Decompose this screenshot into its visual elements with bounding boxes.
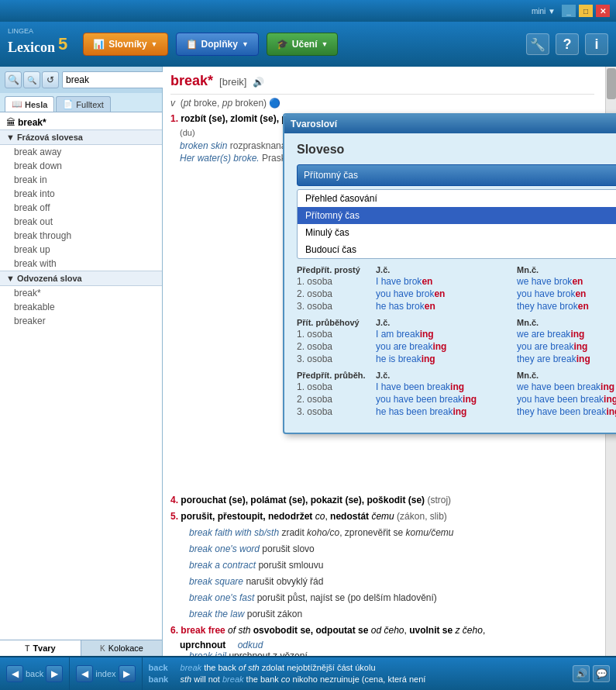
bottom-content: back break the back of sth zdolat nejobt… <box>143 657 566 690</box>
app-logo: LINGEA Lexicon 5 <box>8 33 67 56</box>
left-bottom-tabs: T Tvary K Kolokace <box>0 640 162 656</box>
minimize-button[interactable]: _ <box>562 5 576 17</box>
zoom-in-button[interactable]: 🔍 <box>5 71 22 88</box>
status-icon-2[interactable]: 💬 <box>593 665 610 682</box>
table3-row3-sg: he has been breaking <box>376 406 515 417</box>
sense-6-uvolnit: uvolnit se <box>409 625 455 636</box>
index-back-button[interactable]: ◀ <box>76 665 93 682</box>
slovniky-label: Slovníky <box>108 39 146 50</box>
tree-break-star[interactable]: break* <box>0 286 162 300</box>
doplnky-button[interactable]: 📋 Doplňky ▼ <box>176 33 259 56</box>
tree-item-label: breakable <box>14 302 55 312</box>
maximize-button[interactable]: □ <box>579 5 593 17</box>
audio-button[interactable]: 🔊 <box>253 77 264 88</box>
sense-6-z: z čeho <box>456 625 483 636</box>
slovniky-icon: 📊 <box>93 39 105 50</box>
section-frazova[interactable]: ▼ Frázová slovesa <box>0 129 162 145</box>
odvozena-label: Odvozená slova <box>17 274 82 283</box>
tree-break-off[interactable]: break off <box>0 201 162 215</box>
sense-6-jail: break jail uprchnout z vězení <box>180 650 594 656</box>
break-highlight-1: break <box>181 663 202 672</box>
example-trans3: porušit smlouvu <box>258 560 323 571</box>
table3-row3-pl: they have been breaking <box>517 406 616 417</box>
bank-phrase-rest: the bank <box>246 674 281 684</box>
table2-title: Přít. průběhový <box>297 318 374 327</box>
tree-break-with[interactable]: break with <box>0 257 162 271</box>
tree-break-out[interactable]: break out <box>0 215 162 229</box>
info-button[interactable]: i <box>585 33 608 55</box>
tab-hesla[interactable]: 📖 Hesla <box>5 96 54 112</box>
tree-item-label: break with <box>14 258 57 269</box>
mini-label: mini ▼ <box>532 7 556 16</box>
help-button[interactable]: ? <box>556 33 579 55</box>
tree-break-in[interactable]: break in <box>0 173 162 187</box>
tree-break-down[interactable]: break down <box>0 159 162 173</box>
doplnky-chevron: ▼ <box>242 40 249 48</box>
conj-table-2: Přít. průběhový J.č. Mn.č. 1. osoba I am… <box>297 318 616 364</box>
sense-5-comma: , <box>325 511 327 522</box>
search-icons: 🔍 🔍 ↺ <box>5 71 59 88</box>
table3-row1-pl: we have been breaking <box>517 381 616 392</box>
sense-5-note: (zákon, slib) <box>397 511 447 522</box>
bottom-val-back: break the back of sth zdolat nejobtížněj… <box>181 662 376 674</box>
logo-version: 5 <box>58 34 67 54</box>
scrollbar-thumb[interactable] <box>607 68 616 99</box>
dropdown-item-minuly[interactable]: Minulý čas <box>298 224 616 241</box>
table1-row3-person: 3. osoba <box>297 301 374 312</box>
sense-text-4: porouchat (se), polámat (se), pokazit (s… <box>181 495 427 505</box>
bottom-key-bank: bank <box>149 674 176 685</box>
conj-grid-3: Předpřít. průběh. J.č. Mn.č. 1. osoba I … <box>297 371 616 417</box>
tvaroslovi-modal: Tvarosloví ✕ Sloveso Přítomný čas ▼ Přeh… <box>283 113 616 434</box>
bottom-bar: ◀ back ▶ ◀ index ▶ back break the back o… <box>0 656 616 690</box>
refresh-button[interactable]: ↺ <box>42 71 59 88</box>
table3-title: Předpřít. průběh. <box>297 371 374 380</box>
back-of: of sth <box>239 663 260 672</box>
tree-breakable[interactable]: breakable <box>0 300 162 314</box>
back-arrow-button[interactable]: ◀ <box>6 665 23 682</box>
wordnet-icon[interactable]: 🔵 <box>269 98 280 109</box>
slovniky-button[interactable]: 📊 Slovníky ▼ <box>83 33 167 56</box>
close-button[interactable]: ✕ <box>596 5 610 17</box>
example-trans4: narušit obvyklý řád <box>246 576 323 587</box>
dropdown-item-prehled[interactable]: Přehled časování <box>298 190 616 207</box>
dropdown-item-budouci[interactable]: Budoucí čas <box>298 241 616 258</box>
tree-root-break[interactable]: 🏛 break* <box>0 116 162 129</box>
settings-button[interactable]: 🔧 <box>526 33 549 55</box>
section-odvozena[interactable]: ▼ Odvozená slova <box>0 271 162 286</box>
tree-break-away[interactable]: break away <box>0 145 162 159</box>
btab-tvary[interactable]: T Tvary <box>0 640 81 656</box>
conj-grid-1: Předpřít. prostý J.č. Mn.č. 1. osoba I h… <box>297 265 616 312</box>
dropdown-item-pritomny[interactable]: Přítomný čas <box>298 207 616 224</box>
minus-icon2: ▼ <box>6 274 15 283</box>
uceni-label: Učení <box>292 39 318 50</box>
break-highlight-2: break <box>222 674 244 684</box>
status-icon-1[interactable]: 🔊 <box>573 665 590 682</box>
back-label: back <box>26 669 43 678</box>
table3-row3-person: 3. osoba <box>297 406 374 417</box>
tree-item-label: breaker <box>14 316 46 326</box>
water-phrase: Her water(s) broke. <box>180 153 260 164</box>
tree-breaker[interactable]: breaker <box>0 314 162 328</box>
tab-fulltext[interactable]: 📄 Fulltext <box>56 96 110 112</box>
table3-row1-sg: I have been breaking <box>376 381 515 392</box>
tree-break-up[interactable]: break up <box>0 243 162 257</box>
index-forward-button[interactable]: ▶ <box>119 665 136 682</box>
tree-break-through[interactable]: break through <box>0 229 162 243</box>
doplnky-icon: 📋 <box>186 39 198 50</box>
zoom-out-button[interactable]: 🔍 <box>23 71 40 88</box>
forward-arrow-button[interactable]: ▶ <box>46 665 63 682</box>
table2-row2-sg: you are breaking <box>376 341 515 352</box>
tense-dropdown[interactable]: Přítomný čas ▼ <box>297 164 616 186</box>
tree-break-into[interactable]: break into <box>0 187 162 201</box>
frazova-label: Frázová slovesa <box>17 133 83 142</box>
table2-row1-person: 1. osoba <box>297 329 374 340</box>
uceni-button[interactable]: 🎓 Učení ▼ <box>267 33 339 56</box>
will-not: will not <box>194 674 222 684</box>
btab-kolokace[interactable]: K Kolokace <box>81 640 162 656</box>
bottom-row-1: back break the back of sth zdolat nejobt… <box>149 662 560 674</box>
example-phrase6: break the law <box>189 609 244 619</box>
app-header: LINGEA Lexicon 5 📊 Slovníky ▼ 📋 Doplňky … <box>0 22 616 67</box>
logo-lingea: LINGEA <box>8 27 33 35</box>
conj-grid-2: Přít. průběhový J.č. Mn.č. 1. osoba I am… <box>297 318 616 364</box>
table1-row1-person: 1. osoba <box>297 276 374 287</box>
